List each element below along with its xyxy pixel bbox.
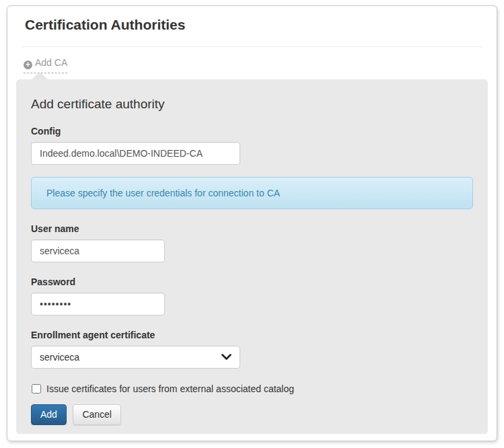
enrollment-agent-select[interactable]: serviceca xyxy=(31,346,240,369)
username-group: User name xyxy=(31,223,473,262)
add-button[interactable]: Add xyxy=(31,404,67,425)
title-divider xyxy=(22,46,482,47)
external-catalog-checkbox[interactable] xyxy=(32,384,41,394)
external-catalog-label[interactable]: Issue certificates for users from extern… xyxy=(46,383,294,394)
add-ca-link[interactable]: +Add CA xyxy=(24,57,67,73)
enrollment-agent-group: Enrollment agent certificate serviceca xyxy=(31,330,473,369)
external-catalog-row: Issue certificates for users from extern… xyxy=(31,383,473,394)
info-alert: Please specify the user credentials for … xyxy=(31,177,473,209)
config-label: Config xyxy=(31,126,473,137)
caret-up-icon xyxy=(32,72,48,79)
plus-circle-icon: + xyxy=(24,61,32,69)
page-container: Certification Authorities +Add CA Add ce… xyxy=(7,5,497,441)
config-group: Config xyxy=(31,126,473,165)
enrollment-agent-select-wrap: serviceca xyxy=(31,346,240,369)
form-title: Add certificate authority xyxy=(31,97,473,112)
config-input[interactable] xyxy=(31,142,240,165)
add-ca-label: Add CA xyxy=(35,57,67,68)
username-label: User name xyxy=(31,223,473,234)
password-label: Password xyxy=(31,276,473,287)
info-alert-text: Please specify the user credentials for … xyxy=(46,188,280,198)
add-ca-panel: Add certificate authority Config Please … xyxy=(16,79,488,434)
password-input[interactable] xyxy=(31,293,165,315)
enrollment-agent-label: Enrollment agent certificate xyxy=(31,330,473,340)
button-row: Add Cancel xyxy=(31,404,473,425)
username-input[interactable] xyxy=(31,239,165,262)
password-group: Password xyxy=(31,276,473,315)
page-title: Certification Authorities xyxy=(25,17,480,33)
cancel-button[interactable]: Cancel xyxy=(73,404,121,425)
